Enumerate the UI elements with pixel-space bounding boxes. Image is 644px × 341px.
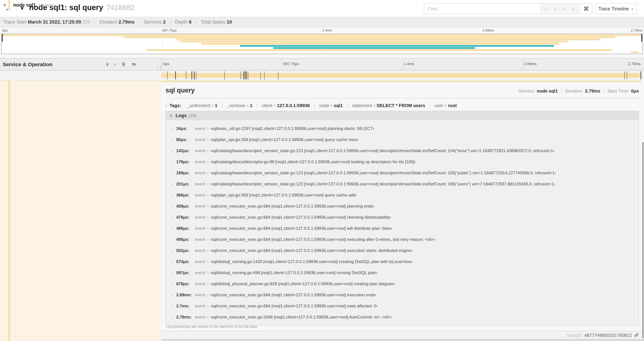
log-row[interactable]: ›495μs:event=‹sql/conn_executor_exec.go:…: [166, 234, 638, 245]
top-bar: ← ∨ node sql1: sql query7418682 ◎ ∧ ∨ ✕ …: [0, 0, 644, 17]
log-row[interactable]: ›678μs:event=‹sql/distsql_physical_plann…: [166, 278, 638, 289]
equals-sign: =: [205, 237, 210, 242]
log-row[interactable]: ›459μs:event=‹sql/conn_executor_exec.go:…: [166, 201, 638, 212]
log-expand-chevron-icon[interactable]: ›: [172, 160, 176, 164]
tag-item: user=root: [430, 103, 461, 108]
log-expand-chevron-icon[interactable]: ›: [172, 171, 176, 175]
expand-all-icon[interactable]: ≫: [132, 61, 136, 67]
log-row[interactable]: ›201μs:event=‹sql/catalog/lease/descript…: [166, 178, 638, 190]
minimap-span-bar: [202, 43, 559, 45]
log-timestamp: 495μs:: [176, 237, 195, 242]
copy-link-icon[interactable]: [634, 333, 639, 338]
log-row[interactable]: ›597μs:event=‹sql/distsql_running.go:498…: [166, 267, 638, 278]
log-field-key: event: [195, 215, 205, 220]
prev-match-icon[interactable]: ∧: [553, 7, 556, 11]
keyboard-shortcuts-button[interactable]: ⌘: [580, 3, 592, 14]
log-expand-chevron-icon[interactable]: ›: [172, 149, 176, 153]
minimap-span-bar: [631, 51, 638, 53]
log-row[interactable]: ›80μs:event=‹sql/plan_opt.go:358 [nsql1,…: [166, 134, 638, 145]
timeline-minimap[interactable]: [2, 34, 642, 54]
clear-search-icon[interactable]: ✕: [571, 7, 575, 11]
log-tick-mark: [224, 71, 225, 79]
command-icon: ⌘: [584, 5, 589, 12]
log-row[interactable]: ›574μs:event=‹sql/distsql_running.go:142…: [166, 256, 638, 267]
log-row[interactable]: ›486μs:event=‹sql/conn_executor_exec.go:…: [166, 223, 638, 234]
log-row[interactable]: ›476μs:event=‹sql/conn_executor_exec.go:…: [166, 212, 638, 223]
log-tick-mark: [194, 71, 194, 79]
log-expand-chevron-icon[interactable]: ›: [172, 127, 176, 131]
log-expand-chevron-icon[interactable]: ›: [172, 293, 176, 297]
ruler-tick-label: 2.09ms: [524, 62, 536, 66]
log-row[interactable]: ›366μs:event=‹sql/plan_opt.go:358 [nsql1…: [166, 190, 638, 201]
log-expand-chevron-icon[interactable]: ›: [172, 271, 176, 275]
vertical-scrollbar-thumb[interactable]: [642, 142, 644, 338]
log-tick-mark: [175, 71, 176, 79]
column-resize-handle[interactable]: [158, 65, 161, 69]
log-expand-chevron-icon[interactable]: ›: [172, 215, 176, 219]
minimap-span-bar: [2, 34, 642, 36]
equals-sign: =: [245, 103, 250, 108]
log-tick-mark: [196, 71, 196, 79]
log-expand-chevron-icon[interactable]: ›: [172, 304, 176, 308]
log-timestamp: 366μs:: [176, 193, 195, 198]
log-tick-mark: [624, 71, 625, 79]
equals-sign: =: [205, 215, 210, 220]
log-field-key: event: [195, 281, 205, 286]
log-expand-chevron-icon[interactable]: ›: [172, 226, 176, 230]
log-row[interactable]: ›176μs:event=‹sql/catalog/descs/descript…: [166, 156, 638, 167]
log-expand-chevron-icon[interactable]: ›: [172, 260, 176, 263]
log-tick-mark: [192, 71, 192, 79]
log-timestamp: 142μs:: [176, 148, 195, 153]
log-expand-chevron-icon[interactable]: ›: [172, 138, 176, 142]
span-duration-bar[interactable]: [161, 73, 642, 78]
detail-span-bar: [161, 81, 642, 82]
horizontal-scrollbar-track[interactable]: [161, 339, 644, 341]
log-field-key: event: [195, 204, 205, 209]
equals-sign: =: [205, 204, 210, 209]
log-row[interactable]: ›502μs:event=‹sql/conn_executor_exec.go:…: [166, 245, 638, 256]
log-expand-chevron-icon[interactable]: ›: [172, 238, 176, 241]
expand-one-icon[interactable]: ›: [114, 61, 116, 67]
log-expand-chevron-icon[interactable]: ›: [172, 193, 176, 197]
log-expand-chevron-icon[interactable]: ›: [172, 249, 176, 252]
tag-item: client=127.0.0.1:59936: [257, 103, 314, 108]
logs-header[interactable]: ∨ Logs (18): [166, 111, 638, 120]
trace-view-selector[interactable]: Trace Timeline ∨: [595, 3, 637, 14]
tags-label[interactable]: Tags:: [170, 103, 182, 108]
span-collapse-chevron-icon[interactable]: ∨: [3, 3, 6, 7]
log-row[interactable]: ›2.7ms:event=‹sql/conn_executor_exec.go:…: [166, 300, 638, 311]
next-match-icon[interactable]: ∨: [562, 7, 566, 11]
collapse-all-icon[interactable]: ≫: [121, 62, 127, 67]
log-row[interactable]: ›34μs:event=‹sql/exec_util.go:2297 [nsql…: [166, 123, 638, 134]
log-expand-chevron-icon[interactable]: ›: [172, 315, 176, 319]
meta-depth: Depth6: [170, 19, 196, 25]
equals-sign: =: [205, 248, 210, 253]
tag-key: _unfinished: [187, 103, 210, 108]
log-field-value: ‹sql/conn_executor_exec.go:684 [nsql1,cl…: [210, 237, 435, 242]
match-target-icon[interactable]: ◎: [544, 7, 548, 11]
find-input[interactable]: [424, 4, 540, 14]
log-row[interactable]: ›2.69ms:event=‹sql/conn_executor_exec.go…: [166, 289, 638, 300]
equals-sign: =: [205, 193, 210, 198]
tags-expand-chevron-icon[interactable]: ›: [166, 103, 170, 108]
tags-row[interactable]: › Tags: _unfinished=1_verbose=1client=12…: [166, 101, 461, 110]
log-timestamp: 2.7ms:: [176, 303, 195, 308]
minimap-tick-label: 2.09ms: [482, 29, 494, 32]
log-row[interactable]: ›2.79ms:event=‹sql/conn_executor_exec.go…: [166, 311, 638, 323]
minimap-right-drag-handle[interactable]: [641, 34, 642, 42]
minimap-left-drag-handle[interactable]: [2, 34, 3, 42]
log-row[interactable]: ›189μs:event=‹sql/catalog/lease/descript…: [166, 167, 638, 178]
log-expand-chevron-icon[interactable]: ›: [172, 182, 176, 186]
log-expand-chevron-icon[interactable]: ›: [172, 282, 176, 286]
log-expand-chevron-icon[interactable]: ›: [172, 204, 176, 208]
tag-key: client: [262, 103, 272, 108]
log-timestamp: 678μs:: [176, 281, 195, 286]
span-bar-area: [161, 70, 642, 80]
log-tick-mark: [244, 71, 244, 79]
logs-collapse-chevron-icon: ∨: [166, 113, 176, 118]
log-row[interactable]: ›142μs:event=‹sql/catalog/lease/descript…: [166, 145, 638, 156]
log-field-key: event: [195, 237, 205, 242]
collapse-one-icon[interactable]: ∨: [106, 61, 109, 67]
minimap-span-bar: [176, 39, 600, 40]
span-service-name[interactable]: node sql1sql query: [13, 2, 56, 8]
